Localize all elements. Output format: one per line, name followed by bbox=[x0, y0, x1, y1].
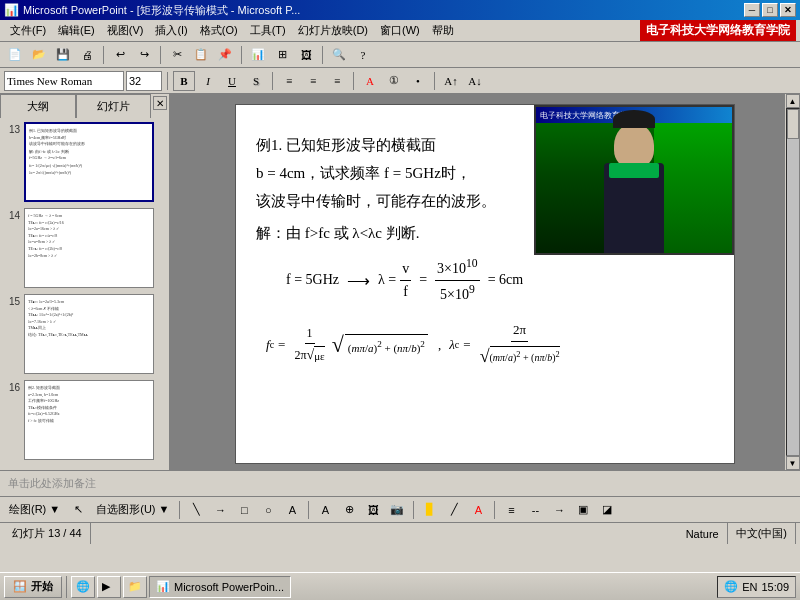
drawing-toolbar: 绘图(R) ▼ ↖ 自选图形(U) ▼ ╲ → □ ○ A A ⊕ 🖼 📷 ▊ … bbox=[0, 496, 800, 522]
help-button[interactable]: ? bbox=[352, 45, 374, 65]
lc-fraction: 2π √ (mπ/a)2 + (nπ/b)2 bbox=[478, 320, 562, 371]
taskbar-powerpoint-button[interactable]: 📊 Microsoft PowerPoin... bbox=[149, 576, 291, 598]
fc-frac-den: 2π√με bbox=[292, 344, 326, 366]
line-color-button[interactable]: ╱ bbox=[443, 500, 465, 520]
numbering-button[interactable]: ① bbox=[383, 71, 405, 91]
slide-thumb-content-13: 例1. 已知矩形波导的横截面 b=4cm,频率f=5GHz时 该波导中传输时可能… bbox=[26, 124, 152, 179]
align-left-button[interactable]: ≡ bbox=[278, 71, 300, 91]
select-button[interactable]: ↖ bbox=[67, 500, 89, 520]
font-color-button[interactable]: A bbox=[359, 71, 381, 91]
slide-thumb-15[interactable]: TE₃₀: λc=2a/3=5.3cm < λ=6cm ✗ 不传输 TE₁₁: … bbox=[24, 294, 154, 374]
menu-slideshow[interactable]: 幻灯片放映(D) bbox=[292, 21, 374, 40]
scroll-down-button[interactable]: ▼ bbox=[786, 456, 800, 470]
menu-edit[interactable]: 编辑(E) bbox=[52, 21, 101, 40]
font-color2-button[interactable]: A bbox=[467, 500, 489, 520]
slide-item-15[interactable]: 15 TE₃₀: λc=2a/3=5.3cm < λ=6cm ✗ 不传输 TE₁… bbox=[4, 294, 165, 374]
slide-item-16[interactable]: 16 例2. 矩形波导截面 a=2.3cm, b=1.0cm 工作频率f=10G… bbox=[4, 380, 165, 460]
sep7 bbox=[353, 72, 354, 90]
close-button[interactable]: ✕ bbox=[780, 3, 796, 17]
insert-wordart-button[interactable]: A bbox=[314, 500, 336, 520]
rect-button[interactable]: □ bbox=[233, 500, 255, 520]
textbox-button[interactable]: A bbox=[281, 500, 303, 520]
redo-button[interactable]: ↪ bbox=[133, 45, 155, 65]
slide-thumb-13[interactable]: 例1. 已知矩形波导的横截面 b=4cm,频率f=5GHz时 该波导中传输时可能… bbox=[24, 122, 154, 202]
sep5 bbox=[167, 72, 168, 90]
line-button[interactable]: ╲ bbox=[185, 500, 207, 520]
draw-menu-button[interactable]: 绘图(R) ▼ bbox=[4, 500, 65, 520]
panel-close-button[interactable]: ✕ bbox=[153, 96, 167, 110]
slide-item-14[interactable]: 14 f = 5GHz → λ = 6cm TE₁₀: fc= c/(2a)=c… bbox=[4, 208, 165, 288]
arrow-button[interactable]: → bbox=[209, 500, 231, 520]
menu-tools[interactable]: 工具(T) bbox=[244, 21, 292, 40]
slide-number-16: 16 bbox=[4, 382, 20, 393]
bold-button[interactable]: B bbox=[173, 71, 195, 91]
align-center-button[interactable]: ≡ bbox=[302, 71, 324, 91]
slide-item-13[interactable]: 13 例1. 已知矩形波导的横截面 b=4cm,频率f=5GHz时 该波导中传输… bbox=[4, 122, 165, 202]
line-style-button[interactable]: ≡ bbox=[500, 500, 522, 520]
cut-button[interactable]: ✂ bbox=[166, 45, 188, 65]
decrease-font-button[interactable]: A↓ bbox=[464, 71, 486, 91]
menu-file[interactable]: 文件(F) bbox=[4, 21, 52, 40]
fc-fraction: 1 2π√με bbox=[292, 324, 326, 367]
start-button[interactable]: 🪟 开始 bbox=[4, 576, 62, 598]
scroll-thumb[interactable] bbox=[787, 109, 799, 139]
menu-school[interactable]: 电子科技大学网络教育学院 bbox=[640, 20, 796, 41]
font-name-input[interactable] bbox=[4, 71, 124, 91]
scroll-up-button[interactable]: ▲ bbox=[786, 94, 800, 108]
maximize-button[interactable]: □ bbox=[762, 3, 778, 17]
insert-table-button[interactable]: ⊞ bbox=[271, 45, 293, 65]
font-size-input[interactable] bbox=[126, 71, 162, 91]
formula1-arrow: ⟶ bbox=[347, 268, 370, 294]
dash-style-button[interactable]: -- bbox=[524, 500, 546, 520]
insert-picture2-button[interactable]: 📷 bbox=[386, 500, 408, 520]
copy-button[interactable]: 📋 bbox=[190, 45, 212, 65]
slide-canvas[interactable]: 电子科技大学网络教育学院 bbox=[235, 104, 735, 464]
autoselect-button[interactable]: 自选图形(U) ▼ bbox=[91, 500, 174, 520]
window-title: Microsoft PowerPoint - [矩形波导传输模式 - Micro… bbox=[23, 3, 300, 18]
new-button[interactable]: 📄 bbox=[4, 45, 26, 65]
example-text-3: 该波导中传输时，可能存在的波形。 bbox=[256, 193, 496, 209]
insert-chart-button[interactable]: 📊 bbox=[247, 45, 269, 65]
tab-outline[interactable]: 大纲 bbox=[0, 94, 76, 118]
arrow-style-button[interactable]: → bbox=[548, 500, 570, 520]
bullets-button[interactable]: • bbox=[407, 71, 429, 91]
fill-color-button[interactable]: ▊ bbox=[419, 500, 441, 520]
taskbar-explorer-button[interactable]: 🌐 bbox=[71, 576, 95, 598]
save-button[interactable]: 💾 bbox=[52, 45, 74, 65]
menu-view[interactable]: 视图(V) bbox=[101, 21, 150, 40]
standard-toolbar: 📄 📂 💾 🖨 ↩ ↪ ✂ 📋 📌 📊 ⊞ 🖼 🔍 ? bbox=[0, 42, 800, 68]
taskbar-folder-button[interactable]: 📁 bbox=[123, 576, 147, 598]
3d-style-button[interactable]: ◪ bbox=[596, 500, 618, 520]
zoom-button[interactable]: 🔍 bbox=[328, 45, 350, 65]
dsep2 bbox=[308, 501, 309, 519]
menu-help[interactable]: 帮助 bbox=[426, 21, 460, 40]
increase-font-button[interactable]: A↑ bbox=[440, 71, 462, 91]
start-label: 开始 bbox=[31, 579, 53, 594]
titlebar-controls: ─ □ ✕ bbox=[744, 3, 796, 17]
menu-window[interactable]: 窗口(W) bbox=[374, 21, 426, 40]
slide-info-section: 幻灯片 13 / 44 bbox=[4, 523, 91, 544]
notes-area[interactable]: 单击此处添加备注 bbox=[0, 470, 800, 496]
undo-button[interactable]: ↩ bbox=[109, 45, 131, 65]
status-bar: 幻灯片 13 / 44 Nature 中文(中国) bbox=[0, 522, 800, 544]
insert-picture-button[interactable]: 🖼 bbox=[295, 45, 317, 65]
shadow-style-button[interactable]: ▣ bbox=[572, 500, 594, 520]
print-button[interactable]: 🖨 bbox=[76, 45, 98, 65]
tab-slides[interactable]: 幻灯片 bbox=[76, 94, 152, 118]
menu-format[interactable]: 格式(O) bbox=[194, 21, 244, 40]
minimize-button[interactable]: ─ bbox=[744, 3, 760, 17]
oval-button[interactable]: ○ bbox=[257, 500, 279, 520]
italic-button[interactable]: I bbox=[197, 71, 219, 91]
align-right-button[interactable]: ≡ bbox=[326, 71, 348, 91]
insert-clip-button[interactable]: 🖼 bbox=[362, 500, 384, 520]
slide-thumb-16[interactable]: 例2. 矩形波导截面 a=2.3cm, b=1.0cm 工作频率f=10GHz … bbox=[24, 380, 154, 460]
taskbar-media-button[interactable]: ▶ bbox=[97, 576, 121, 598]
insert-diagram-button[interactable]: ⊕ bbox=[338, 500, 360, 520]
open-button[interactable]: 📂 bbox=[28, 45, 50, 65]
slide-thumb-14[interactable]: f = 5GHz → λ = 6cm TE₁₀: fc= c/(2a)=c/16… bbox=[24, 208, 154, 288]
fc-sqrt: √ (mπ/a)2 + (nπ/b)2 bbox=[332, 334, 428, 357]
underline-button[interactable]: U bbox=[221, 71, 243, 91]
shadow-button[interactable]: S bbox=[245, 71, 267, 91]
paste-button[interactable]: 📌 bbox=[214, 45, 236, 65]
menu-insert[interactable]: 插入(I) bbox=[149, 21, 193, 40]
